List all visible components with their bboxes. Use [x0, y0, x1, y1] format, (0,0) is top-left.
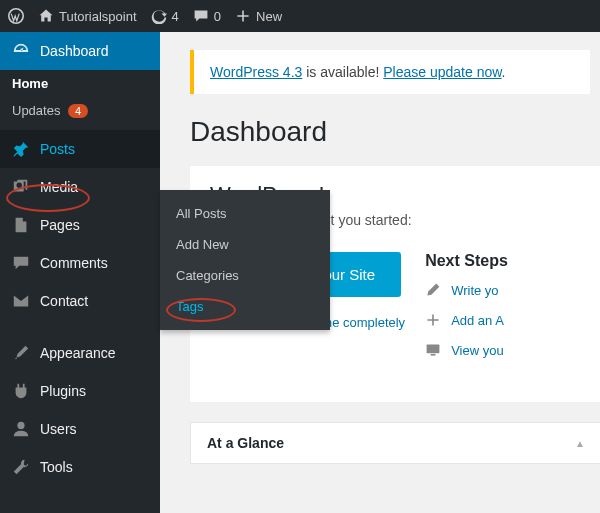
admin-topbar: Tutorialspoint 4 0 New: [0, 0, 600, 32]
topbar-new[interactable]: New: [235, 8, 282, 24]
flyout-add-new[interactable]: Add New: [160, 229, 330, 260]
plugin-icon: [12, 382, 30, 400]
wrench-icon: [12, 458, 30, 476]
posts-flyout: All Posts Add New Categories Tags: [160, 190, 330, 330]
svg-point-1: [17, 422, 24, 429]
flyout-all-posts[interactable]: All Posts: [160, 198, 330, 229]
sidebar-label: Dashboard: [40, 43, 109, 59]
sidebar-label: Tools: [40, 459, 73, 475]
sidebar-label: Media: [40, 179, 78, 195]
step-add-page[interactable]: Add an A: [425, 312, 582, 328]
sidebar-label: Comments: [40, 255, 108, 271]
plus-icon: [425, 312, 441, 328]
topbar-updates[interactable]: 4: [151, 8, 179, 24]
brush-icon: [12, 344, 30, 362]
flyout-tags[interactable]: Tags: [160, 291, 330, 322]
sidebar-label: Contact: [40, 293, 88, 309]
sidebar-item-contact[interactable]: Contact: [0, 282, 160, 320]
step-view-site[interactable]: View you: [425, 342, 582, 358]
site-name: Tutorialspoint: [59, 9, 137, 24]
glance-title: At a Glance: [207, 435, 284, 451]
pin-icon: [12, 140, 30, 158]
sidebar-item-comments[interactable]: Comments: [0, 244, 160, 282]
notice-update-link[interactable]: Please update now: [383, 64, 501, 80]
sidebar-label: Users: [40, 421, 77, 437]
plus-icon: [235, 8, 251, 24]
sidebar-label: Plugins: [40, 383, 86, 399]
page-icon: [12, 216, 30, 234]
topbar-comments[interactable]: 0: [193, 8, 221, 24]
page-title: Dashboard: [190, 116, 600, 148]
wordpress-icon: [8, 8, 24, 24]
sidebar-item-plugins[interactable]: Plugins: [0, 372, 160, 410]
next-steps-title: Next Steps: [425, 252, 582, 270]
notice-version-link[interactable]: WordPress 4.3: [210, 64, 302, 80]
step-write-post[interactable]: Write yo: [425, 282, 582, 298]
comment-icon: [193, 8, 209, 24]
updates-badge: 4: [68, 104, 88, 118]
new-label: New: [256, 9, 282, 24]
svg-rect-2: [427, 344, 440, 353]
sidebar-item-tools[interactable]: Tools: [0, 448, 160, 486]
flyout-categories[interactable]: Categories: [160, 260, 330, 291]
update-notice: WordPress 4.3 is available! Please updat…: [190, 50, 590, 94]
sidebar-item-posts[interactable]: Posts: [0, 130, 160, 168]
mail-icon: [12, 292, 30, 310]
sidebar-item-users[interactable]: Users: [0, 410, 160, 448]
sidebar-item-dashboard[interactable]: Dashboard: [0, 32, 160, 70]
pencil-icon: [425, 282, 441, 298]
site-link[interactable]: Tutorialspoint: [38, 8, 137, 24]
media-icon: [12, 178, 30, 196]
wp-logo[interactable]: [8, 8, 24, 24]
refresh-icon: [151, 8, 167, 24]
comments-count: 0: [214, 9, 221, 24]
admin-sidebar: Dashboard Home Updates 4 Posts Media Pag…: [0, 32, 160, 513]
sidebar-item-pages[interactable]: Pages: [0, 206, 160, 244]
collapse-icon[interactable]: ▲: [575, 438, 585, 449]
sidebar-sub-updates[interactable]: Updates 4: [0, 97, 160, 124]
sidebar-sub-home[interactable]: Home: [0, 70, 160, 97]
comments-icon: [12, 254, 30, 272]
sidebar-item-media[interactable]: Media: [0, 168, 160, 206]
sidebar-label: Appearance: [40, 345, 116, 361]
users-icon: [12, 420, 30, 438]
screen-icon: [425, 342, 441, 358]
sidebar-item-appearance[interactable]: Appearance: [0, 334, 160, 372]
svg-point-0: [9, 9, 23, 23]
sidebar-label: Posts: [40, 141, 75, 157]
dashboard-icon: [12, 42, 30, 60]
sidebar-label: Pages: [40, 217, 80, 233]
at-a-glance-panel[interactable]: At a Glance ▲: [190, 422, 600, 464]
updates-count: 4: [172, 9, 179, 24]
home-icon: [38, 8, 54, 24]
